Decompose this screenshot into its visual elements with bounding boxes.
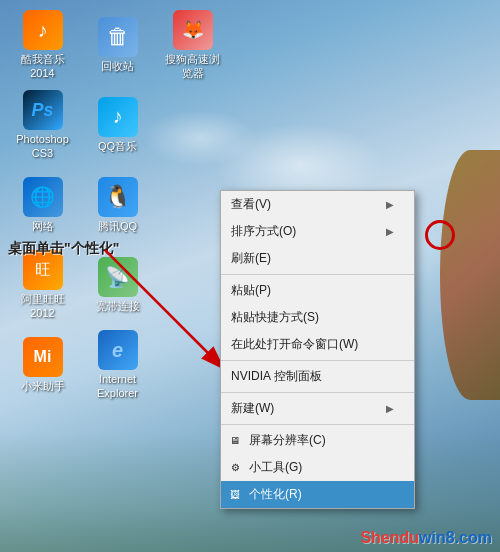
desktop: ♪ 酷我音乐2014 Ps PhotoshopCS3 🌐 网络 旺 阿里旺旺20… <box>0 0 500 552</box>
tencent-icon: 🐧 <box>98 177 138 217</box>
icon-music2014[interactable]: ♪ 酷我音乐2014 <box>5 5 80 85</box>
menu-item-new[interactable]: 新建(W) ▶ <box>221 395 414 422</box>
icon-wangwang-label: 阿里旺旺2012 <box>21 293 65 319</box>
menu-item-nvidia[interactable]: NVIDIA 控制面板 <box>221 363 414 390</box>
menu-item-cmd[interactable]: 在此处打开命令窗口(W) <box>221 331 414 358</box>
menu-personalize-label: 个性化(R) <box>249 486 302 503</box>
icon-wanglo-label: 网络 <box>32 220 54 233</box>
resolution-icon: 🖥 <box>226 434 244 448</box>
icon-xiaomi-label: 小米助手 <box>21 380 65 393</box>
icon-wanglo[interactable]: 🌐 网络 <box>5 165 80 245</box>
watermark: Shenduwin8.com <box>360 529 492 547</box>
icon-browser[interactable]: 🦊 搜狗高速浏览器 <box>155 5 230 85</box>
menu-tools-label: 小工具(G) <box>249 459 302 476</box>
menu-paste-shortcut-label: 粘贴快捷方式(S) <box>231 309 319 326</box>
menu-item-tools[interactable]: ⚙ 小工具(G) <box>221 454 414 481</box>
icon-tencent-label: 腾讯QQ <box>98 220 137 233</box>
icon-recycle[interactable]: 🗑 回收站 <box>80 5 155 85</box>
icon-tencent[interactable]: 🐧 腾讯QQ <box>80 165 155 245</box>
menu-cmd-label: 在此处打开命令窗口(W) <box>231 336 358 353</box>
menu-item-resolution[interactable]: 🖥 屏幕分辨率(C) <box>221 427 414 454</box>
menu-separator-4 <box>221 424 414 425</box>
menu-separator-1 <box>221 274 414 275</box>
watermark-domain: win8.com <box>419 529 492 546</box>
earth-terrain <box>440 150 500 400</box>
recycle-icon: 🗑 <box>98 17 138 57</box>
menu-sort-arrow: ▶ <box>386 226 394 237</box>
xiaomi-icon: Mi <box>23 337 63 377</box>
svg-line-1 <box>105 250 225 370</box>
menu-view-label: 查看(V) <box>231 196 271 213</box>
menu-item-paste-shortcut[interactable]: 粘贴快捷方式(S) <box>221 304 414 331</box>
icon-xiaomi[interactable]: Mi 小米助手 <box>5 325 80 405</box>
menu-item-sort[interactable]: 排序方式(O) ▶ <box>221 218 414 245</box>
menu-sort-label: 排序方式(O) <box>231 223 296 240</box>
red-circle-indicator <box>425 220 455 250</box>
ps-icon: Ps <box>23 90 63 130</box>
menu-resolution-label: 屏幕分辨率(C) <box>249 432 326 449</box>
personalize-icon: 🖼 <box>226 488 244 502</box>
icon-qqmusic[interactable]: ♪ QQ音乐 <box>80 85 155 165</box>
context-menu: 查看(V) ▶ 排序方式(O) ▶ 刷新(E) 粘贴(P) 粘贴快捷方式(S) … <box>220 190 415 509</box>
icon-browser-label: 搜狗高速浏览器 <box>165 53 220 79</box>
music-icon: ♪ <box>23 10 63 50</box>
tools-icon: ⚙ <box>226 461 244 475</box>
wanglo-icon: 🌐 <box>23 177 63 217</box>
menu-item-personalize[interactable]: 🖼 个性化(R) <box>221 481 414 508</box>
icon-photoshop[interactable]: Ps PhotoshopCS3 <box>5 85 80 165</box>
menu-nvidia-label: NVIDIA 控制面板 <box>231 368 322 385</box>
qqmusic-icon: ♪ <box>98 97 138 137</box>
menu-separator-3 <box>221 392 414 393</box>
icon-recycle-label: 回收站 <box>101 60 134 73</box>
icon-music2014-label: 酷我音乐2014 <box>21 53 65 79</box>
icon-photoshop-label: PhotoshopCS3 <box>16 133 69 159</box>
menu-item-view[interactable]: 查看(V) ▶ <box>221 191 414 218</box>
menu-item-paste[interactable]: 粘贴(P) <box>221 277 414 304</box>
watermark-text: Shenduwin8.com <box>360 529 492 546</box>
menu-paste-label: 粘贴(P) <box>231 282 271 299</box>
browser-icon: 🦊 <box>173 10 213 50</box>
menu-item-refresh[interactable]: 刷新(E) <box>221 245 414 272</box>
menu-view-arrow: ▶ <box>386 199 394 210</box>
watermark-highlight: Shendu <box>360 529 419 546</box>
menu-refresh-label: 刷新(E) <box>231 250 271 267</box>
menu-new-label: 新建(W) <box>231 400 274 417</box>
menu-new-arrow: ▶ <box>386 403 394 414</box>
menu-separator-2 <box>221 360 414 361</box>
icon-qqmusic-label: QQ音乐 <box>98 140 137 153</box>
